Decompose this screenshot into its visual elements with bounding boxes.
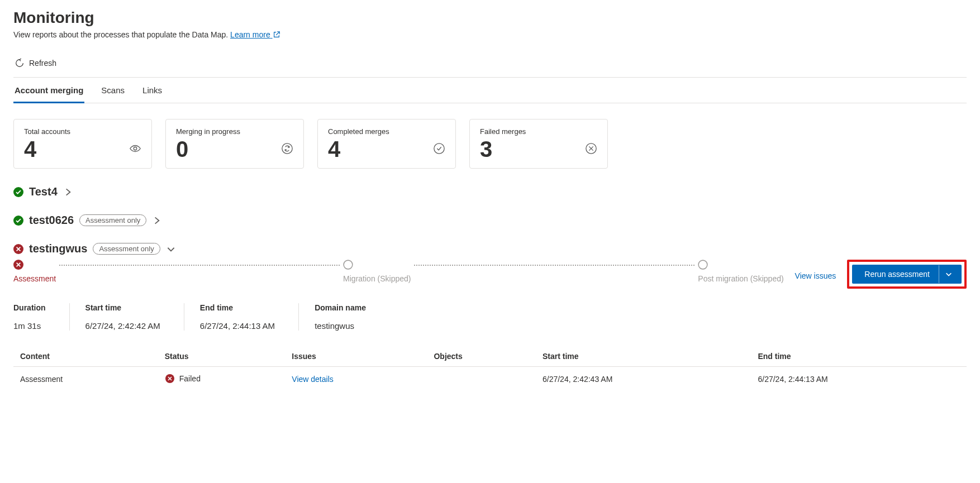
svg-point-2 (434, 143, 444, 153)
card-completed-merges[interactable]: Completed merges 4 (317, 119, 456, 169)
error-icon (13, 260, 23, 270)
tab-account-merging[interactable]: Account merging (13, 79, 84, 103)
refresh-icon (15, 58, 25, 68)
svg-point-8 (344, 260, 353, 269)
step-migration: Migration (Skipped) (343, 260, 411, 283)
metadata: Duration 1m 31s Start time 6/27/24, 2:42… (13, 303, 967, 331)
step-skipped-icon (698, 260, 708, 270)
x-circle-icon (585, 142, 597, 156)
table-header-row: Content Status Issues Objects Start time… (13, 346, 967, 367)
assessment-only-badge: Assessment only (93, 243, 160, 255)
details-table: Content Status Issues Objects Start time… (13, 346, 967, 391)
card-merging-in-progress[interactable]: Merging in progress 0 (165, 119, 304, 169)
step-assessment: Assessment (13, 260, 56, 283)
chevron-right-icon[interactable] (63, 187, 73, 197)
card-failed-merges[interactable]: Failed merges 3 (469, 119, 608, 169)
rerun-highlight: Rerun assessment (847, 260, 967, 289)
success-icon (13, 216, 23, 226)
account-row-test0626[interactable]: test0626 Assessment only (13, 214, 967, 227)
svg-point-0 (134, 147, 137, 150)
account-row-test4[interactable]: Test4 (13, 185, 967, 198)
view-details-link[interactable]: View details (292, 375, 333, 384)
page-title: Monitoring (13, 9, 967, 27)
external-link-icon (273, 31, 280, 39)
chevron-down-icon[interactable] (939, 265, 958, 283)
step-skipped-icon (343, 260, 353, 270)
refresh-button[interactable]: Refresh (13, 56, 61, 70)
rerun-assessment-button[interactable]: Rerun assessment (852, 265, 962, 284)
learn-more-link[interactable]: Learn more (230, 30, 280, 39)
table-row: Assessment Failed View details 6/27/24, … (13, 367, 967, 392)
card-total-accounts[interactable]: Total accounts 4 (13, 119, 152, 169)
chevron-right-icon[interactable] (152, 216, 162, 226)
check-circle-icon (433, 142, 445, 156)
page-subtitle: View reports about the processes that po… (13, 30, 967, 39)
success-icon (13, 187, 23, 197)
error-icon (165, 374, 175, 384)
summary-cards: Total accounts 4 Merging in progress 0 C… (13, 119, 967, 169)
sync-icon (281, 142, 293, 156)
account-row-testingwus[interactable]: testingwus Assessment only (13, 242, 967, 255)
progress-steps: Assessment Migration (Skipped) Post migr… (13, 260, 967, 289)
status-badge: Failed (165, 374, 201, 384)
svg-point-9 (698, 260, 707, 269)
tabs: Account merging Scans Links (13, 79, 967, 103)
view-issues-link[interactable]: View issues (795, 271, 836, 280)
assessment-only-badge: Assessment only (79, 214, 146, 226)
chevron-down-icon[interactable] (166, 244, 176, 254)
tab-scans[interactable]: Scans (100, 79, 126, 103)
eye-icon (129, 142, 141, 156)
step-post-migration: Post migration (Skipped) (698, 260, 783, 283)
error-icon (13, 244, 23, 254)
tab-links[interactable]: Links (141, 79, 163, 103)
svg-point-1 (282, 143, 292, 153)
